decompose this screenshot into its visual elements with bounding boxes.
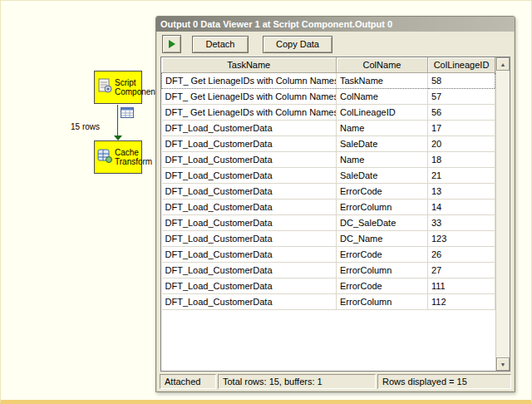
data-viewer-grid-icon[interactable] — [121, 106, 134, 121]
table-row[interactable]: DFT_Load_CustomerDataErrorCode13 — [162, 183, 495, 199]
table-cell[interactable]: DFT_Load_CustomerData — [162, 293, 337, 309]
table-cell[interactable]: ColLineageID — [337, 104, 428, 120]
toolbar: Detach Copy Data — [156, 32, 515, 57]
table-cell[interactable]: ErrorCode — [337, 246, 428, 262]
table-cell[interactable]: DFT_Load_CustomerData — [162, 214, 337, 230]
table-cell[interactable]: DFT_ Get LienageIDs with Column Names — [162, 88, 337, 104]
table-row[interactable]: DFT_Load_CustomerDataSaleDate20 — [162, 135, 495, 151]
table-cell[interactable]: Name — [337, 120, 428, 135]
table-cell[interactable]: 26 — [428, 246, 495, 262]
table-cell[interactable]: DFT_Load_CustomerData — [162, 246, 337, 262]
script-component-label: Script Component — [115, 78, 158, 96]
script-component-icon — [96, 77, 113, 97]
header-row: TaskName ColName ColLineageID — [162, 57, 495, 72]
table-cell[interactable]: ErrorCode — [337, 278, 428, 293]
table-cell[interactable]: 21 — [428, 167, 495, 183]
table-cell[interactable]: ErrorColumn — [337, 262, 428, 278]
table-row[interactable]: DFT_Load_CustomerDataErrorColumn112 — [162, 293, 495, 309]
row-count-label: 15 rows — [71, 122, 100, 131]
grid-body: DFT_ Get LienageIDs with Column NamesTas… — [162, 72, 495, 309]
table-row[interactable]: DFT_Load_CustomerDataErrorCode111 — [162, 278, 495, 293]
scroll-up-icon[interactable]: ▲ — [496, 57, 510, 71]
vertical-scrollbar[interactable]: ▲ ▼ — [495, 57, 510, 371]
play-button[interactable] — [162, 35, 181, 53]
data-viewer-window: Output 0 Data Viewer 1 at Script Compone… — [155, 16, 515, 392]
window-title: Output 0 Data Viewer 1 at Script Compone… — [160, 19, 392, 29]
dataflow-path[interactable] — [117, 105, 118, 135]
detach-button[interactable]: Detach — [192, 36, 249, 53]
table-cell[interactable]: SaleDate — [337, 135, 428, 151]
table-cell[interactable]: DFT_Load_CustomerData — [162, 262, 337, 278]
table-cell[interactable]: DC_SaleDate — [337, 214, 428, 230]
table-cell[interactable]: 56 — [428, 104, 495, 120]
table-cell[interactable]: SaleDate — [337, 167, 428, 183]
table-cell[interactable]: 20 — [428, 135, 495, 151]
table-cell[interactable]: ErrorColumn — [337, 293, 428, 309]
table-cell[interactable]: DFT_Load_CustomerData — [162, 151, 337, 167]
table-row[interactable]: DFT_Load_CustomerDataName17 — [162, 120, 495, 135]
table-row[interactable]: DFT_Load_CustomerDataErrorColumn14 — [162, 199, 495, 214]
play-icon — [169, 40, 175, 48]
status-attached: Attached — [160, 374, 216, 389]
table-cell[interactable]: DFT_Load_CustomerData — [162, 135, 337, 151]
page-background: Script Component 15 rows Cache Transform — [0, 0, 532, 404]
table-row[interactable]: DFT_ Get LienageIDs with Column NamesTas… — [162, 72, 495, 88]
table-cell[interactable]: 112 — [428, 293, 495, 309]
table-cell[interactable]: ColName — [337, 88, 428, 104]
table-row[interactable]: DFT_Load_CustomerDataName18 — [162, 151, 495, 167]
table-cell[interactable]: DFT_Load_CustomerData — [162, 120, 337, 135]
table-cell[interactable]: Name — [337, 151, 428, 167]
table-cell[interactable]: 27 — [428, 262, 495, 278]
table-cell[interactable]: ErrorCode — [337, 183, 428, 199]
table-cell[interactable]: 123 — [428, 230, 495, 246]
table-row[interactable]: DFT_Load_CustomerDataSaleDate21 — [162, 167, 495, 183]
table-cell[interactable]: 18 — [428, 151, 495, 167]
column-header-taskname[interactable]: TaskName — [162, 57, 337, 72]
column-header-colname[interactable]: ColName — [337, 57, 428, 72]
copy-data-button[interactable]: Copy Data — [263, 36, 332, 53]
results-table: TaskName ColName ColLineageID DFT_ Get L… — [161, 57, 495, 310]
table-cell[interactable]: DFT_Load_CustomerData — [162, 167, 337, 183]
table-cell[interactable]: DFT_ Get LienageIDs with Column Names — [162, 72, 337, 88]
status-total-rows: Total rows: 15, buffers: 1 — [218, 374, 376, 389]
table-cell[interactable]: 111 — [428, 278, 495, 293]
table-cell[interactable]: DFT_ Get LienageIDs with Column Names — [162, 104, 337, 120]
table-row[interactable]: DFT_Load_CustomerDataErrorColumn27 — [162, 262, 495, 278]
table-cell[interactable]: DFT_Load_CustomerData — [162, 278, 337, 293]
cache-transform-box[interactable]: Cache Transform — [94, 140, 142, 174]
status-bar: Attached Total rows: 15, buffers: 1 Rows… — [160, 374, 511, 389]
scroll-down-icon[interactable]: ▼ — [496, 357, 510, 371]
table-row[interactable]: DFT_ Get LienageIDs with Column NamesCol… — [162, 88, 495, 104]
table-cell[interactable]: 13 — [428, 183, 495, 199]
script-component-box[interactable]: Script Component — [94, 71, 142, 104]
table-row[interactable]: DFT_ Get LienageIDs with Column NamesCol… — [162, 104, 495, 120]
column-header-collineageid[interactable]: ColLineageID — [428, 57, 495, 72]
table-cell[interactable]: 14 — [428, 199, 495, 214]
scrollbar-track[interactable] — [496, 71, 510, 357]
table-cell[interactable]: 17 — [428, 120, 495, 135]
cache-transform-label: Cache Transform — [115, 148, 152, 166]
table-row[interactable]: DFT_Load_CustomerDataErrorCode26 — [162, 246, 495, 262]
data-grid: TaskName ColName ColLineageID DFT_ Get L… — [160, 57, 510, 372]
table-cell[interactable]: DFT_Load_CustomerData — [162, 199, 337, 214]
table-cell[interactable]: 57 — [428, 88, 495, 104]
table-cell[interactable]: DC_Name — [337, 230, 428, 246]
cache-transform-icon — [96, 147, 113, 167]
table-cell[interactable]: DFT_Load_CustomerData — [162, 230, 337, 246]
table-cell[interactable]: 58 — [428, 72, 495, 88]
status-rows-displayed: Rows displayed = 15 — [377, 374, 511, 389]
table-cell[interactable]: 33 — [428, 214, 495, 230]
window-titlebar[interactable]: Output 0 Data Viewer 1 at Script Compone… — [156, 17, 515, 32]
table-cell[interactable]: ErrorColumn — [337, 199, 428, 214]
grid-scroll-area: TaskName ColName ColLineageID DFT_ Get L… — [161, 57, 495, 371]
table-row[interactable]: DFT_Load_CustomerDataDC_SaleDate33 — [162, 214, 495, 230]
table-cell[interactable]: DFT_Load_CustomerData — [162, 183, 337, 199]
table-row[interactable]: DFT_Load_CustomerDataDC_Name123 — [162, 230, 495, 246]
table-cell[interactable]: TaskName — [337, 72, 428, 88]
